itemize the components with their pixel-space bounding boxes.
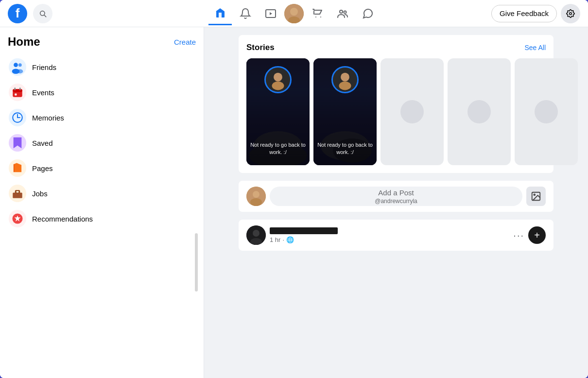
pages-icon <box>9 159 26 177</box>
sidebar-item-recommendations-label: Recommendations <box>32 215 93 223</box>
nav-notifications-button[interactable] <box>234 2 257 25</box>
profile-avatar-image <box>284 4 304 23</box>
svg-point-11 <box>344 11 346 13</box>
sidebar: Home Create Friends <box>0 27 204 378</box>
settings-button[interactable] <box>561 4 580 23</box>
add-post-username: @andrewcurryla <box>375 198 417 205</box>
story-text-1: Not ready to go back to work. :/ <box>246 141 310 155</box>
stories-title: Stories <box>246 43 275 52</box>
nav-marketplace-button[interactable] <box>306 2 329 25</box>
story-card-3[interactable] <box>380 58 444 165</box>
svg-line-1 <box>44 15 46 17</box>
main-content: Home Create Friends <box>0 27 588 378</box>
nav-groups-button[interactable] <box>331 2 354 25</box>
add-post-placeholder: Add a Post <box>378 189 414 197</box>
globe-icon: 🌐 <box>286 236 294 243</box>
facebook-logo[interactable]: f <box>8 4 27 23</box>
svg-point-13 <box>14 63 18 67</box>
svg-point-16 <box>17 69 23 73</box>
feed: Stories See All <box>204 27 588 378</box>
story-card-4[interactable] <box>448 58 511 165</box>
sidebar-item-memories[interactable]: Memories <box>4 105 200 130</box>
sidebar-item-jobs[interactable]: Jobs <box>4 181 200 206</box>
svg-point-46 <box>253 230 259 237</box>
sidebar-item-events[interactable]: Events <box>4 80 200 105</box>
story-empty-circle-5 <box>535 100 558 123</box>
sidebar-create-button[interactable]: Create <box>174 38 196 46</box>
add-post-box: Add a Post @andrewcurryla <box>239 181 553 212</box>
post-avatar <box>246 225 266 245</box>
friends-icon <box>9 58 26 76</box>
recommendations-icon <box>9 210 26 227</box>
search-button[interactable] <box>33 4 52 23</box>
sidebar-item-recommendations[interactable]: Recommendations <box>4 206 200 231</box>
svg-point-44 <box>534 194 535 195</box>
saved-icon <box>9 134 26 152</box>
stories-see-all-button[interactable]: See All <box>524 44 546 52</box>
sidebar-item-jobs-label: Jobs <box>32 189 48 198</box>
memories-icon <box>9 109 26 126</box>
story-empty-circle-4 <box>467 100 491 123</box>
story-avatar-ring-2 <box>331 66 359 93</box>
sidebar-scrollbar <box>195 233 198 292</box>
svg-rect-20 <box>19 87 20 90</box>
svg-point-39 <box>339 82 351 90</box>
add-post-input[interactable]: Add a Post @andrewcurryla <box>270 187 522 206</box>
svg-point-14 <box>18 63 22 67</box>
svg-point-8 <box>320 17 321 17</box>
story-card-2[interactable]: Not ready to go back to work. :/ <box>313 58 377 165</box>
nav-right: Give Feedback <box>491 4 580 23</box>
sidebar-header: Home Create <box>4 35 200 54</box>
poster-avatar <box>246 187 266 206</box>
story-card-5[interactable] <box>515 58 578 165</box>
stories-header: Stories See All <box>246 43 546 52</box>
nav-center <box>208 2 380 25</box>
jobs-icon <box>9 185 26 202</box>
svg-point-41 <box>253 191 259 198</box>
sidebar-item-memories-label: Memories <box>32 114 64 122</box>
nav-profile-avatar[interactable] <box>284 4 304 23</box>
post-add-button[interactable]: + <box>528 226 546 244</box>
post-more-button[interactable]: ··· <box>513 230 524 241</box>
sidebar-item-saved-label: Saved <box>32 139 53 147</box>
sidebar-item-friends-label: Friends <box>32 63 56 71</box>
svg-point-5 <box>290 8 298 16</box>
svg-rect-18 <box>13 89 22 92</box>
svg-rect-21 <box>15 93 17 95</box>
svg-point-10 <box>340 10 343 13</box>
svg-point-42 <box>250 198 262 206</box>
browser-window: f <box>0 0 588 378</box>
post-meta: 1 hr · 🌐 <box>270 227 509 243</box>
sidebar-item-friends[interactable]: Friends <box>4 54 200 80</box>
stories-grid: Not ready to go back to work. :/ <box>246 58 546 165</box>
nav-watch-button[interactable] <box>259 2 282 25</box>
svg-marker-23 <box>14 164 15 172</box>
story-avatar-ring-1 <box>264 66 292 93</box>
stories-section: Stories See All <box>239 35 553 173</box>
svg-marker-3 <box>270 12 272 15</box>
add-photo-button[interactable] <box>526 187 546 206</box>
svg-rect-26 <box>17 191 19 192</box>
post-card: 1 hr · 🌐 ··· + <box>239 220 553 251</box>
svg-point-12 <box>570 12 572 15</box>
nav-messenger-button[interactable] <box>356 2 380 25</box>
story-text-2: Not ready to go back to work. :/ <box>313 141 377 155</box>
sidebar-item-saved[interactable]: Saved <box>4 130 200 155</box>
sidebar-title: Home <box>8 35 40 49</box>
svg-point-38 <box>341 73 349 82</box>
post-time: 1 hr · 🌐 <box>270 236 509 243</box>
svg-point-32 <box>274 73 282 82</box>
story-card-1[interactable]: Not ready to go back to work. :/ <box>246 58 310 165</box>
nav-home-button[interactable] <box>208 2 232 25</box>
events-icon <box>9 84 26 101</box>
sidebar-item-pages-label: Pages <box>32 164 53 172</box>
post-name-bar <box>270 227 338 234</box>
post-header: 1 hr · 🌐 ··· + <box>246 225 546 245</box>
sidebar-item-pages[interactable]: Pages <box>4 155 200 181</box>
svg-rect-19 <box>15 87 16 90</box>
svg-point-33 <box>272 82 284 90</box>
sidebar-item-events-label: Events <box>32 88 54 97</box>
story-empty-circle-3 <box>400 100 424 123</box>
give-feedback-button[interactable]: Give Feedback <box>491 5 557 22</box>
svg-point-7 <box>315 17 316 17</box>
